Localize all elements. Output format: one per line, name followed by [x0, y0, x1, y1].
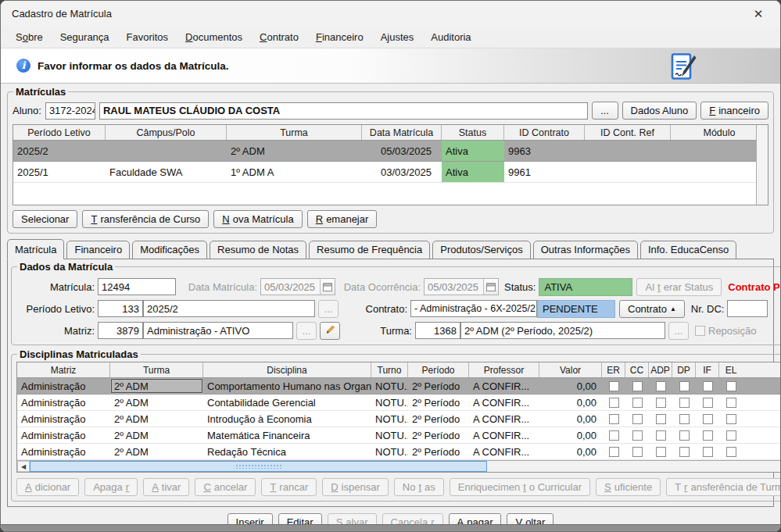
close-icon[interactable]: ✕ — [747, 7, 769, 21]
el-checkbox[interactable] — [726, 430, 736, 441]
menu-auditoria[interactable]: Auditoria — [422, 28, 479, 46]
if-checkbox[interactable] — [703, 398, 713, 408]
adicionar-button[interactable]: Adicionar — [16, 478, 79, 496]
dados-aluno-button[interactable]: Dados Aluno — [622, 102, 697, 120]
cc-checkbox[interactable] — [632, 414, 643, 424]
financeiro-button[interactable]: Financeiro — [700, 102, 768, 120]
col-dp[interactable]: DP — [672, 362, 696, 377]
menu-seguranca[interactable]: Segurança — [52, 28, 118, 46]
col-if[interactable]: IF — [696, 362, 719, 377]
col-data-matricula[interactable]: Data Matrícula — [362, 125, 442, 140]
table-row[interactable]: Administração 2º ADM Redação Técnica NOT… — [17, 444, 781, 460]
dispensar-button[interactable]: Dispensar — [322, 478, 389, 496]
reposicao-checkbox[interactable] — [695, 326, 705, 336]
cc-checkbox[interactable] — [632, 398, 643, 408]
nova-matricula-button[interactable]: Nova Matrícula — [213, 210, 302, 228]
menu-ajustes[interactable]: Ajustes — [372, 28, 423, 46]
col-periodo-letivo[interactable]: Período Letivo — [13, 125, 106, 140]
table-row[interactable]: Administração 2º ADM Introdução à Econom… — [17, 411, 781, 427]
col-matriz[interactable]: Matriz — [17, 362, 110, 377]
cc-checkbox[interactable] — [632, 381, 643, 391]
turma-browse-button[interactable]: ... — [668, 322, 689, 340]
menu-sobre[interactable]: Sobre — [7, 28, 52, 46]
el-checkbox[interactable] — [726, 414, 736, 424]
adp-checkbox[interactable] — [656, 430, 666, 441]
col-er[interactable]: ER — [602, 362, 625, 377]
horizontal-scroll-thumb[interactable] — [30, 461, 487, 472]
transferencia-turma-button[interactable]: Transferência de Turma — [666, 478, 781, 496]
er-checkbox[interactable] — [609, 381, 619, 391]
table-row[interactable]: Administração 2º ADM Matemática Financei… — [17, 427, 781, 444]
dp-checkbox[interactable] — [679, 398, 690, 408]
er-checkbox[interactable] — [609, 430, 619, 441]
el-checkbox[interactable] — [726, 398, 736, 408]
dp-checkbox[interactable] — [679, 447, 690, 457]
menu-favoritos[interactable]: Favoritos — [118, 28, 177, 46]
tab-info-educacenso[interactable]: Info. EducaCenso — [640, 241, 736, 259]
col-turma[interactable]: Turma — [110, 362, 203, 377]
selecionar-button[interactable]: Selecionar — [13, 210, 77, 228]
if-checkbox[interactable] — [703, 430, 713, 441]
tab-financeiro[interactable]: Financeiro — [66, 241, 130, 259]
matriz-id-field[interactable]: 3879 — [98, 322, 143, 339]
col-adp[interactable]: ADP — [649, 362, 672, 377]
aluno-nome-field[interactable]: RAUL MATEUS CLÁUDIO DA COSTA — [99, 102, 588, 120]
ativar-button[interactable]: Ativar — [143, 478, 189, 496]
cc-checkbox[interactable] — [632, 447, 643, 457]
col-campus-polo[interactable]: Câmpus/Polo — [106, 125, 227, 140]
adp-checkbox[interactable] — [656, 398, 666, 408]
aluno-browse-button[interactable]: ... — [592, 102, 618, 120]
suficiente-button[interactable]: Suficiente — [596, 478, 661, 496]
alterar-status-button[interactable]: Alterar Status — [636, 278, 722, 296]
matricula-field[interactable]: 12494 — [98, 278, 176, 295]
turma-field[interactable]: 2º ADM (2º Período, 2025/2) — [460, 322, 665, 339]
cancelar-disciplina-button[interactable]: Cancelar — [195, 478, 256, 496]
table-row[interactable]: Administração 2º ADM Contabilidade Geren… — [17, 395, 781, 411]
col-valor[interactable]: Valor — [539, 362, 602, 377]
matriz-browse-button[interactable]: ... — [296, 322, 317, 340]
if-checkbox[interactable] — [703, 447, 713, 457]
data-matricula-value[interactable]: 05/03/2025 — [261, 279, 320, 295]
turma-id-field[interactable]: 1368 — [415, 322, 460, 339]
er-checkbox[interactable] — [609, 398, 619, 408]
cc-checkbox[interactable] — [632, 430, 643, 441]
col-cc[interactable]: CC — [625, 362, 649, 377]
tab-modificacoes[interactable]: Modificações — [132, 241, 207, 259]
dp-checkbox[interactable] — [679, 430, 690, 441]
col-turma[interactable]: Turma — [227, 125, 362, 140]
tab-outras-informacoes[interactable]: Outras Informações — [533, 241, 638, 259]
nr-dc-field[interactable] — [727, 300, 768, 317]
tab-produtos-servicos[interactable]: Produtos/Serviços — [432, 241, 531, 259]
enriquecimento-curricular-button[interactable]: Enriquecimento Curricular — [450, 478, 590, 496]
contrato-field[interactable]: - Administração - 6X-2025/2 — [410, 300, 537, 317]
adp-checkbox[interactable] — [656, 414, 666, 424]
er-checkbox[interactable] — [609, 414, 619, 424]
col-modulo[interactable]: Módulo — [671, 125, 768, 140]
scroll-left-icon[interactable]: ◀ — [17, 461, 30, 472]
matriz-edit-button[interactable] — [320, 322, 340, 340]
matriz-field[interactable]: Administração - ATIVO — [143, 322, 293, 339]
dp-checkbox[interactable] — [679, 381, 690, 391]
if-checkbox[interactable] — [703, 381, 713, 391]
periodo-letivo-id-field[interactable]: 133 — [98, 300, 143, 317]
table-row[interactable]: 2025/1 Faculdade SWA 1º ADM A 03/03/2025… — [13, 162, 768, 183]
matriculas-vertical-scrollbar[interactable] — [756, 125, 768, 205]
tab-matricula[interactable]: Matrícula — [7, 239, 64, 259]
calendar-icon[interactable] — [320, 279, 335, 295]
if-checkbox[interactable] — [703, 414, 713, 424]
apagar-disciplina-button[interactable]: Apagar — [84, 478, 138, 496]
el-checkbox[interactable] — [726, 447, 736, 457]
data-ocorrencia-value[interactable]: 05/03/2025 — [425, 279, 483, 295]
col-id-contrato[interactable]: ID Contrato — [504, 125, 585, 140]
trancar-button[interactable]: Trancar — [261, 478, 317, 496]
col-periodo[interactable]: Período — [408, 362, 469, 377]
periodo-letivo-field[interactable]: 2025/2 — [143, 300, 315, 317]
menu-documentos[interactable]: Documentos — [177, 28, 251, 46]
col-disciplina[interactable]: Disciplina — [203, 362, 371, 377]
periodo-letivo-browse-button[interactable]: ... — [318, 300, 339, 318]
notas-button[interactable]: Notas — [394, 478, 444, 496]
aluno-codigo-field[interactable]: 3172-2024 — [45, 102, 95, 120]
adp-checkbox[interactable] — [656, 381, 666, 391]
col-id-cont-ref[interactable]: ID Cont. Ref — [585, 125, 671, 140]
adp-checkbox[interactable] — [656, 447, 666, 457]
